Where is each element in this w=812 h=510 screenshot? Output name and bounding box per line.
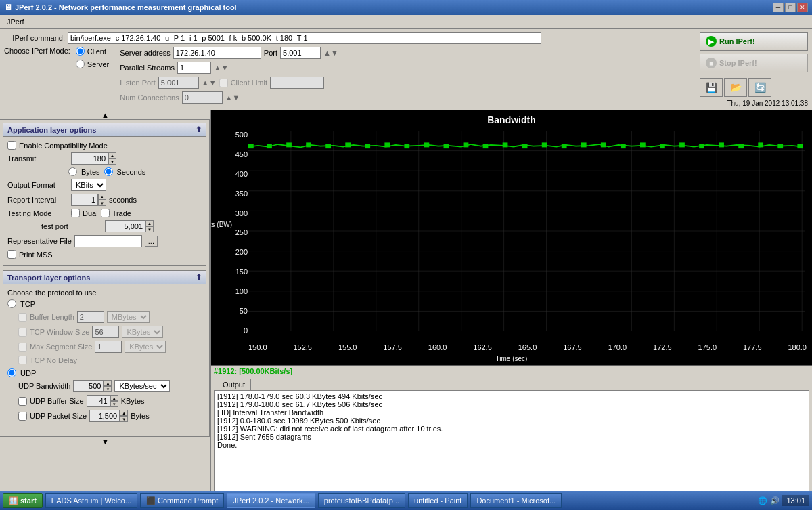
max-segment-unit-select[interactable]: KBytes [125, 341, 166, 353]
test-port-up-btn[interactable]: ▲ [145, 220, 154, 226]
report-down-btn[interactable]: ▼ [98, 200, 106, 206]
client-radio[interactable] [76, 47, 85, 56]
refresh-button[interactable]: 🔄 [748, 78, 771, 97]
top-config: IPerf command: Choose IPerf Mode: Client [0, 29, 812, 110]
run-iperf-button[interactable]: ▶ Run IPerf! [700, 32, 808, 51]
client-limit-input[interactable] [270, 77, 324, 89]
save-config-button[interactable]: 💾 [700, 78, 723, 97]
output-content[interactable]: [1912] 178.0-179.0 sec 60.3 KBytes 494 K… [214, 390, 809, 496]
tcp-section: TCP Buffer Length MBytes [7, 299, 202, 364]
maximize-button[interactable]: □ [785, 3, 796, 12]
left-panel: Application layer options ⬆ Enable Compa… [0, 120, 210, 436]
udp-bw-up-btn[interactable]: ▲ [104, 380, 112, 386]
taskbar: 🪟 start EADS Astrium | Welco... ⬛ Comman… [0, 491, 812, 510]
transmit-up-btn[interactable]: ▲ [108, 152, 116, 158]
load-config-button[interactable]: 📂 [724, 78, 747, 97]
bytes-radio[interactable] [68, 167, 77, 176]
close-button[interactable]: ✕ [797, 3, 808, 12]
server-label: Server [87, 60, 109, 68]
udp-bandwidth-unit-select[interactable]: KBytes/sec [114, 380, 170, 392]
taskbar-item-4[interactable]: untitled - Paint [408, 493, 468, 508]
taskbar-item-2[interactable]: JPerf 2.0.2 - Network... [227, 493, 315, 508]
output-line-6: [1912] Sent 7655 datagrams [217, 433, 806, 441]
app-layer-header[interactable]: Application layer options ⬆ [3, 123, 206, 137]
bandwidth-title: Bandwidth [211, 110, 812, 125]
svg-rect-49 [738, 144, 744, 148]
iperf-command-input[interactable] [68, 32, 541, 44]
svg-rect-47 [699, 144, 704, 148]
max-segment-input[interactable] [95, 341, 122, 353]
udp-buf-down-btn[interactable]: ▼ [110, 401, 118, 407]
output-tab[interactable]: Output [217, 379, 251, 390]
taskbar-item-5[interactable]: Document1 - Microsof... [470, 493, 562, 508]
parallel-streams-input[interactable] [177, 62, 211, 74]
dual-checkbox[interactable] [71, 209, 80, 217]
test-port-input[interactable] [105, 220, 145, 232]
report-interval-input[interactable] [71, 194, 98, 206]
browse-button[interactable]: ... [145, 236, 158, 247]
tcp-window-unit-select[interactable]: KBytes [122, 326, 163, 338]
server-radio[interactable] [76, 60, 85, 68]
tcp-radio[interactable] [7, 299, 16, 308]
tcp-window-input[interactable] [92, 326, 119, 338]
panel-scroll-down[interactable]: ▼ [0, 436, 210, 446]
start-label: start [20, 496, 37, 505]
server-address-input[interactable] [173, 47, 261, 59]
menu-jperf[interactable]: JPerf [3, 16, 28, 27]
udp-buf-up-btn[interactable]: ▲ [110, 395, 118, 401]
buffer-length-checkbox[interactable] [18, 313, 27, 322]
udp-bw-down-btn[interactable]: ▼ [104, 386, 112, 392]
taskbar-item-0[interactable]: EADS Astrium | Welco... [45, 493, 137, 508]
top-right-actions: ▶ Run IPerf! ■ Stop IPerf! 💾 📂 🔄 Thu, 19… [700, 32, 808, 107]
chart-container: Bandwidth [211, 110, 812, 365]
transmit-input[interactable] [71, 152, 108, 165]
transmit-row: Transmit ▲ ▼ [7, 152, 202, 165]
rep-file-input[interactable] [74, 235, 142, 247]
output-format-select[interactable]: KBits [71, 179, 106, 191]
client-label: Client [87, 47, 106, 56]
udp-radio[interactable] [7, 368, 16, 377]
app-layer-title: Application layer options [7, 126, 96, 134]
udp-bandwidth-input[interactable] [73, 380, 104, 392]
tcp-window-checkbox[interactable] [18, 328, 27, 337]
udp-pkt-up-btn[interactable]: ▲ [120, 410, 128, 416]
taskbar-item-label-4: untitled - Paint [414, 496, 461, 505]
report-interval-label: Report Interval [7, 196, 68, 204]
max-segment-checkbox[interactable] [18, 343, 27, 352]
taskbar-item-3[interactable]: proteustoIBBPdata(p... [318, 493, 405, 508]
choose-protocol-row: Choose the protocol to use [7, 289, 202, 297]
listen-port-input[interactable] [158, 77, 199, 89]
trade-checkbox[interactable] [101, 209, 110, 217]
port-input[interactable] [280, 47, 321, 59]
svg-rect-28 [325, 144, 331, 148]
test-port-down-btn[interactable]: ▼ [145, 226, 154, 232]
udp-packet-input[interactable] [89, 410, 120, 422]
tcp-no-delay-checkbox[interactable] [18, 356, 27, 364]
app-title: JPerf 2.0.2 - Network performance measur… [15, 3, 237, 12]
udp-packet-checkbox[interactable] [18, 412, 27, 421]
udp-packet-btns: ▲ ▼ [120, 410, 128, 422]
minimize-button[interactable]: ─ [773, 3, 784, 12]
udp-pkt-down-btn[interactable]: ▼ [120, 416, 128, 422]
svg-rect-50 [758, 142, 763, 147]
taskbar-item-1[interactable]: ⬛ Command Prompt [140, 493, 224, 508]
testing-mode-label: Testing Mode [7, 209, 68, 217]
client-limit-checkbox[interactable] [219, 79, 228, 87]
print-mss-checkbox[interactable] [7, 250, 16, 259]
panel-scroll-up[interactable]: ▲ [0, 110, 210, 120]
start-button[interactable]: 🪟 start [3, 493, 43, 508]
transport-layer-header[interactable]: Transport layer options ⬆ [3, 271, 206, 284]
udp-buffer-checkbox[interactable] [18, 397, 27, 406]
stop-iperf-button[interactable]: ■ Stop IPerf! [700, 54, 808, 72]
svg-rect-39 [542, 142, 547, 147]
seconds-radio[interactable] [104, 167, 113, 176]
compatibility-checkbox[interactable] [7, 141, 16, 150]
seconds-unit-label: seconds [109, 196, 137, 204]
udp-buffer-input[interactable] [87, 395, 110, 407]
transmit-down-btn[interactable]: ▼ [108, 158, 116, 165]
report-up-btn[interactable]: ▲ [98, 194, 106, 200]
udp-packet-spinbox: ▲ ▼ [89, 410, 128, 422]
buffer-length-input[interactable] [77, 311, 104, 323]
buffer-length-unit-select[interactable]: MBytes [107, 311, 150, 323]
num-connections-input[interactable] [182, 91, 223, 104]
